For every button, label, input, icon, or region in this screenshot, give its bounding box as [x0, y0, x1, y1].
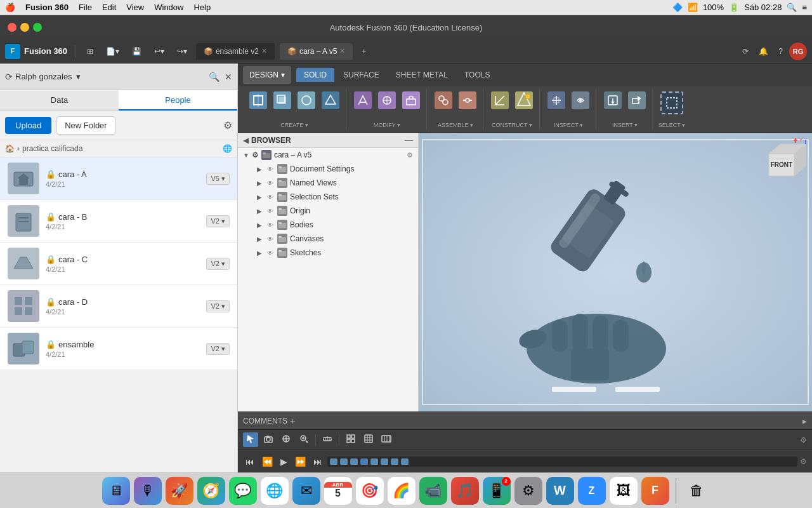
construct-tool-2[interactable]	[513, 90, 535, 110]
assemble-tool-2[interactable]	[456, 90, 479, 110]
menu-edit[interactable]: Edit	[102, 3, 116, 12]
grid-button[interactable]	[343, 432, 358, 447]
file-version[interactable]: V2 ▾	[206, 215, 230, 227]
create-tool-3[interactable]	[295, 90, 318, 110]
new-file-button[interactable]: 📄▾	[102, 44, 123, 58]
timeline-marker-2[interactable]	[340, 458, 348, 465]
display-settings-button[interactable]	[361, 432, 376, 447]
construct-tool-1[interactable]	[488, 90, 511, 110]
comments-add-button[interactable]: +	[290, 416, 295, 426]
dock-settings[interactable]: ⚙	[514, 477, 542, 505]
eye-document-settings[interactable]: 👁	[266, 164, 275, 173]
dock-facetime[interactable]: 📹	[419, 477, 447, 505]
tab-cara-a[interactable]: 📦 cara – A v5 ✕	[280, 43, 353, 60]
timeline-marker-8[interactable]	[401, 458, 409, 465]
browser-item-canvases[interactable]: ▶ 👁 Canvases	[251, 232, 418, 246]
browser-item-sketches[interactable]: ▶ 👁 Sketches	[251, 246, 418, 260]
upload-button[interactable]: Upload	[5, 117, 51, 134]
dock-mail[interactable]: ✉	[292, 477, 320, 505]
insert-tool-2[interactable]	[625, 90, 648, 110]
browser-minimize-button[interactable]: —	[405, 135, 413, 145]
breadcrumb-home-icon[interactable]: 🏠	[5, 144, 15, 153]
browser-item-origin[interactable]: ▶ 👁 Origin	[251, 204, 418, 218]
browser-root-item[interactable]: ▼ ⚙ cara – A v5 ⚙	[238, 148, 418, 162]
dock-fusion360[interactable]: F	[641, 477, 669, 505]
create-tool-1[interactable]	[247, 90, 270, 110]
modify-tool-3[interactable]	[400, 90, 422, 110]
list-item[interactable]: 🔒 cara - D 4/2/21 V2 ▾	[0, 285, 237, 328]
dock-calendar[interactable]: ABR 5	[324, 477, 352, 505]
panel-sync-button[interactable]: ⟳	[5, 72, 13, 82]
tab-data[interactable]: Data	[0, 90, 119, 110]
tab-people[interactable]: People	[119, 90, 237, 110]
grid-settings-button[interactable]	[379, 432, 394, 447]
navigation-cube[interactable]: FRONT Y X	[756, 138, 807, 189]
file-version[interactable]: V2 ▾	[206, 258, 230, 270]
browser-collapse-button[interactable]: ◀	[243, 136, 249, 145]
new-tab-button[interactable]: +	[358, 44, 370, 58]
timeline-marker-4[interactable]	[360, 458, 368, 465]
design-dropdown-button[interactable]: DESIGN ▾	[243, 66, 291, 84]
redo-button[interactable]: ↪▾	[173, 44, 191, 58]
menu-help[interactable]: Help	[193, 3, 211, 12]
tab-cara-a-close[interactable]: ✕	[339, 47, 345, 55]
create-tool-2[interactable]	[271, 90, 294, 110]
eye-origin[interactable]: 👁	[266, 206, 275, 215]
grid-view-button[interactable]: ⊞	[83, 44, 97, 58]
user-dropdown-icon[interactable]: ▾	[76, 72, 81, 81]
undo-button[interactable]: ↩▾	[150, 44, 168, 58]
dock-trash[interactable]: 🗑	[683, 477, 710, 505]
browser-item-bodies[interactable]: ▶ 👁 Bodies	[251, 218, 418, 232]
toolbar-notification-button[interactable]: 🔔	[755, 44, 772, 58]
timeline-next-button[interactable]: ⏩	[292, 455, 308, 468]
dock-siri[interactable]: 🎙	[134, 477, 162, 505]
root-settings-btn[interactable]: ⚙	[407, 151, 413, 159]
apple-menu[interactable]: 🍎	[5, 3, 15, 12]
pan-button[interactable]	[278, 432, 294, 447]
eye-bodies[interactable]: 👁	[266, 220, 275, 229]
comments-collapse-button[interactable]: ▸	[802, 416, 807, 426]
dock-music[interactable]: 🎵	[451, 477, 479, 505]
settings-button[interactable]: ⚙	[223, 119, 232, 131]
zoom-button[interactable]	[296, 432, 311, 447]
dock-launchpad[interactable]: 🚀	[166, 477, 193, 505]
insert-tool-1[interactable]	[601, 90, 624, 110]
dock-word[interactable]: W	[546, 477, 574, 505]
timeline-play-button[interactable]: ▶	[278, 455, 290, 468]
search-icon[interactable]: 🔍	[787, 3, 797, 12]
timeline-gear-button[interactable]: ⚙	[800, 457, 807, 466]
timeline-marker-5[interactable]	[370, 458, 378, 465]
tab-ensamble-close[interactable]: ✕	[261, 47, 267, 55]
timeline-marker-1[interactable]	[330, 458, 337, 465]
select-tool-1[interactable]	[658, 90, 686, 116]
window-close-button[interactable]	[8, 23, 16, 32]
measure-button[interactable]	[320, 432, 335, 447]
browser-item-selection-sets[interactable]: ▶ 👁 Selection Sets	[251, 190, 418, 204]
browser-item-named-views[interactable]: ▶ 👁 Named Views	[251, 176, 418, 190]
ribbon-tab-solid[interactable]: SOLID	[296, 68, 334, 82]
select-mode-button[interactable]	[243, 432, 258, 447]
dock-reminders[interactable]: 🎯	[356, 477, 384, 505]
menu-view[interactable]: View	[126, 3, 144, 12]
timeline-settings-button[interactable]: ⚙	[800, 436, 807, 444]
save-button[interactable]: 💾	[128, 44, 145, 58]
timeline-marker-7[interactable]	[391, 458, 398, 465]
assemble-tool-1[interactable]	[432, 90, 455, 110]
menu-window[interactable]: Window	[154, 3, 183, 12]
app-name[interactable]: Fusion 360	[25, 3, 69, 12]
file-version[interactable]: V2 ▾	[206, 343, 230, 355]
inspect-tool-1[interactable]	[545, 90, 568, 110]
window-maximize-button[interactable]	[33, 23, 42, 32]
timeline-start-button[interactable]: ⏮	[243, 455, 257, 468]
create-tool-4[interactable]	[319, 90, 342, 110]
dock-appstore[interactable]: 📱 2	[483, 477, 511, 505]
file-version[interactable]: V2 ▾	[206, 300, 230, 312]
panel-search-button[interactable]: 🔍	[209, 72, 219, 82]
toolbar-sync-button[interactable]: ⟳	[738, 44, 752, 58]
modify-tool-1[interactable]	[351, 90, 374, 110]
camera-button[interactable]	[261, 432, 276, 447]
dock-photos[interactable]: 🌈	[388, 477, 416, 505]
dock-chrome[interactable]: 🌐	[261, 477, 289, 505]
ribbon-tab-surface[interactable]: SURFACE	[336, 68, 387, 82]
toolbar-help-button[interactable]: ?	[775, 44, 787, 58]
